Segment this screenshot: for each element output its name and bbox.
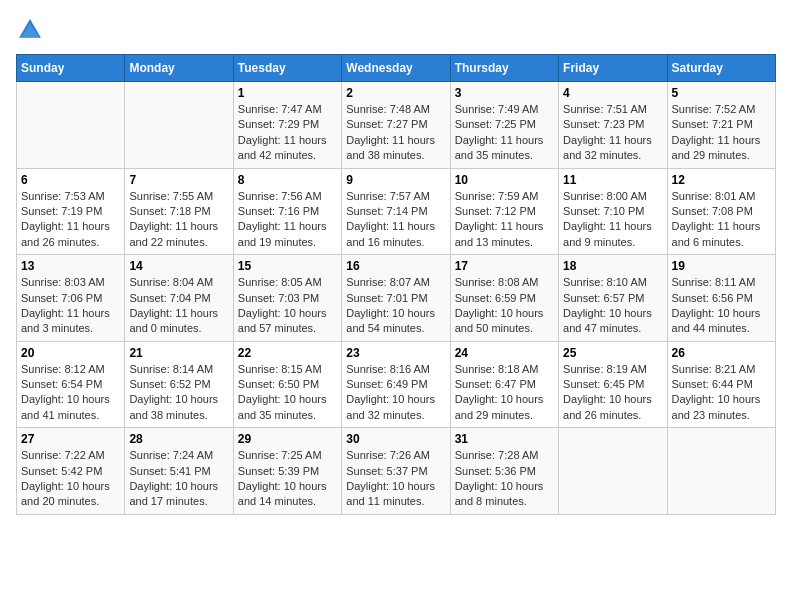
sunrise-text: Sunrise: 7:26 AM	[346, 449, 430, 461]
calendar-cell: 13 Sunrise: 8:03 AM Sunset: 7:06 PM Dayl…	[17, 255, 125, 342]
sunset-text: Sunset: 7:01 PM	[346, 292, 427, 304]
day-info: Sunrise: 8:14 AM Sunset: 6:52 PM Dayligh…	[129, 362, 228, 424]
sunset-text: Sunset: 7:21 PM	[672, 118, 753, 130]
sunrise-text: Sunrise: 8:10 AM	[563, 276, 647, 288]
day-number: 27	[21, 432, 120, 446]
daylight-text: Daylight: 11 hours and 22 minutes.	[129, 220, 218, 247]
calendar-cell: 16 Sunrise: 8:07 AM Sunset: 7:01 PM Dayl…	[342, 255, 450, 342]
sunrise-text: Sunrise: 8:12 AM	[21, 363, 105, 375]
daylight-text: Daylight: 11 hours and 26 minutes.	[21, 220, 110, 247]
sunrise-text: Sunrise: 7:47 AM	[238, 103, 322, 115]
calendar-cell: 5 Sunrise: 7:52 AM Sunset: 7:21 PM Dayli…	[667, 82, 775, 169]
calendar-cell: 6 Sunrise: 7:53 AM Sunset: 7:19 PM Dayli…	[17, 168, 125, 255]
daylight-text: Daylight: 11 hours and 9 minutes.	[563, 220, 652, 247]
day-number: 23	[346, 346, 445, 360]
daylight-text: Daylight: 11 hours and 38 minutes.	[346, 134, 435, 161]
daylight-text: Daylight: 10 hours and 26 minutes.	[563, 393, 652, 420]
day-number: 31	[455, 432, 554, 446]
day-info: Sunrise: 7:47 AM Sunset: 7:29 PM Dayligh…	[238, 102, 337, 164]
sunrise-text: Sunrise: 8:05 AM	[238, 276, 322, 288]
sunrise-text: Sunrise: 8:08 AM	[455, 276, 539, 288]
sunrise-text: Sunrise: 8:15 AM	[238, 363, 322, 375]
daylight-text: Daylight: 10 hours and 47 minutes.	[563, 307, 652, 334]
calendar-cell: 30 Sunrise: 7:26 AM Sunset: 5:37 PM Dayl…	[342, 428, 450, 515]
calendar-cell: 1 Sunrise: 7:47 AM Sunset: 7:29 PM Dayli…	[233, 82, 341, 169]
header-tuesday: Tuesday	[233, 55, 341, 82]
daylight-text: Daylight: 10 hours and 50 minutes.	[455, 307, 544, 334]
daylight-text: Daylight: 11 hours and 29 minutes.	[672, 134, 761, 161]
sunrise-text: Sunrise: 8:19 AM	[563, 363, 647, 375]
daylight-text: Daylight: 10 hours and 54 minutes.	[346, 307, 435, 334]
sunset-text: Sunset: 6:49 PM	[346, 378, 427, 390]
daylight-text: Daylight: 11 hours and 16 minutes.	[346, 220, 435, 247]
day-number: 21	[129, 346, 228, 360]
day-info: Sunrise: 8:00 AM Sunset: 7:10 PM Dayligh…	[563, 189, 662, 251]
day-number: 8	[238, 173, 337, 187]
sunrise-text: Sunrise: 8:21 AM	[672, 363, 756, 375]
day-number: 11	[563, 173, 662, 187]
sunrise-text: Sunrise: 7:59 AM	[455, 190, 539, 202]
sunset-text: Sunset: 6:52 PM	[129, 378, 210, 390]
day-info: Sunrise: 8:18 AM Sunset: 6:47 PM Dayligh…	[455, 362, 554, 424]
calendar-cell: 20 Sunrise: 8:12 AM Sunset: 6:54 PM Dayl…	[17, 341, 125, 428]
sunrise-text: Sunrise: 7:48 AM	[346, 103, 430, 115]
day-info: Sunrise: 7:26 AM Sunset: 5:37 PM Dayligh…	[346, 448, 445, 510]
calendar-table: SundayMondayTuesdayWednesdayThursdayFrid…	[16, 54, 776, 515]
calendar-cell: 18 Sunrise: 8:10 AM Sunset: 6:57 PM Dayl…	[559, 255, 667, 342]
day-info: Sunrise: 7:53 AM Sunset: 7:19 PM Dayligh…	[21, 189, 120, 251]
header-sunday: Sunday	[17, 55, 125, 82]
sunrise-text: Sunrise: 8:03 AM	[21, 276, 105, 288]
day-info: Sunrise: 7:22 AM Sunset: 5:42 PM Dayligh…	[21, 448, 120, 510]
day-number: 20	[21, 346, 120, 360]
day-info: Sunrise: 7:56 AM Sunset: 7:16 PM Dayligh…	[238, 189, 337, 251]
sunset-text: Sunset: 7:29 PM	[238, 118, 319, 130]
daylight-text: Daylight: 10 hours and 35 minutes.	[238, 393, 327, 420]
calendar-week-3: 13 Sunrise: 8:03 AM Sunset: 7:06 PM Dayl…	[17, 255, 776, 342]
calendar-cell: 8 Sunrise: 7:56 AM Sunset: 7:16 PM Dayli…	[233, 168, 341, 255]
day-number: 10	[455, 173, 554, 187]
sunrise-text: Sunrise: 7:53 AM	[21, 190, 105, 202]
calendar-week-1: 1 Sunrise: 7:47 AM Sunset: 7:29 PM Dayli…	[17, 82, 776, 169]
day-number: 29	[238, 432, 337, 446]
calendar-cell	[667, 428, 775, 515]
day-info: Sunrise: 7:59 AM Sunset: 7:12 PM Dayligh…	[455, 189, 554, 251]
calendar-cell: 10 Sunrise: 7:59 AM Sunset: 7:12 PM Dayl…	[450, 168, 558, 255]
day-number: 15	[238, 259, 337, 273]
daylight-text: Daylight: 11 hours and 32 minutes.	[563, 134, 652, 161]
daylight-text: Daylight: 10 hours and 41 minutes.	[21, 393, 110, 420]
sunrise-text: Sunrise: 8:01 AM	[672, 190, 756, 202]
day-number: 1	[238, 86, 337, 100]
calendar-week-5: 27 Sunrise: 7:22 AM Sunset: 5:42 PM Dayl…	[17, 428, 776, 515]
sunrise-text: Sunrise: 8:11 AM	[672, 276, 756, 288]
daylight-text: Daylight: 10 hours and 38 minutes.	[129, 393, 218, 420]
daylight-text: Daylight: 11 hours and 3 minutes.	[21, 307, 110, 334]
calendar-cell	[17, 82, 125, 169]
sunset-text: Sunset: 6:44 PM	[672, 378, 753, 390]
day-number: 30	[346, 432, 445, 446]
daylight-text: Daylight: 11 hours and 0 minutes.	[129, 307, 218, 334]
sunrise-text: Sunrise: 7:24 AM	[129, 449, 213, 461]
sunrise-text: Sunrise: 7:49 AM	[455, 103, 539, 115]
calendar-cell	[559, 428, 667, 515]
calendar-cell: 29 Sunrise: 7:25 AM Sunset: 5:39 PM Dayl…	[233, 428, 341, 515]
day-number: 16	[346, 259, 445, 273]
day-number: 25	[563, 346, 662, 360]
sunset-text: Sunset: 7:08 PM	[672, 205, 753, 217]
sunset-text: Sunset: 6:45 PM	[563, 378, 644, 390]
sunset-text: Sunset: 5:37 PM	[346, 465, 427, 477]
calendar-cell: 4 Sunrise: 7:51 AM Sunset: 7:23 PM Dayli…	[559, 82, 667, 169]
day-number: 17	[455, 259, 554, 273]
calendar-cell: 21 Sunrise: 8:14 AM Sunset: 6:52 PM Dayl…	[125, 341, 233, 428]
calendar-cell: 11 Sunrise: 8:00 AM Sunset: 7:10 PM Dayl…	[559, 168, 667, 255]
calendar-cell: 9 Sunrise: 7:57 AM Sunset: 7:14 PM Dayli…	[342, 168, 450, 255]
logo	[16, 16, 48, 44]
calendar-cell: 24 Sunrise: 8:18 AM Sunset: 6:47 PM Dayl…	[450, 341, 558, 428]
daylight-text: Daylight: 10 hours and 32 minutes.	[346, 393, 435, 420]
day-number: 7	[129, 173, 228, 187]
calendar-cell: 14 Sunrise: 8:04 AM Sunset: 7:04 PM Dayl…	[125, 255, 233, 342]
sunset-text: Sunset: 5:42 PM	[21, 465, 102, 477]
sunset-text: Sunset: 7:27 PM	[346, 118, 427, 130]
daylight-text: Daylight: 10 hours and 14 minutes.	[238, 480, 327, 507]
sunrise-text: Sunrise: 7:57 AM	[346, 190, 430, 202]
day-info: Sunrise: 8:04 AM Sunset: 7:04 PM Dayligh…	[129, 275, 228, 337]
